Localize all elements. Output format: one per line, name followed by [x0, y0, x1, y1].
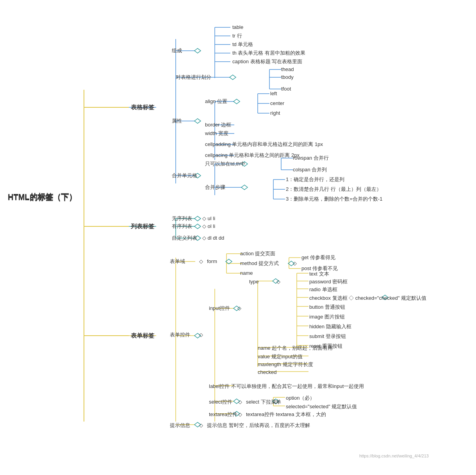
table-division-label: 对表格进行划分	[176, 73, 211, 82]
svg-marker-89	[194, 224, 201, 229]
list-unordered-value: ◇ ul li	[202, 215, 215, 223]
table-item-table: table	[232, 23, 243, 32]
list-custom-value: ◇ dl dt dd	[202, 234, 224, 242]
select-option: option（必）	[286, 394, 315, 402]
table-item-th: th 表头单元格 有居中加粗的效果	[232, 49, 305, 57]
select-ctrl-label: select控件	[209, 398, 232, 406]
form-domain-diamond: ◇	[199, 258, 203, 266]
input-ctrl-diamond: ◇	[237, 304, 241, 313]
list-unordered-label: 无序列表	[172, 215, 192, 223]
select-ctrl-diamond: ◇	[238, 398, 242, 406]
textarea-ctrl-value: textarea控件 textarea 文本框，大的	[246, 411, 326, 419]
method-diamond: ◇	[293, 260, 297, 268]
table-border: border 边框	[205, 121, 231, 129]
table-width: width 宽度	[205, 130, 228, 138]
table-cellpadding: cellpadding 单元格内容和单元格边框之间的距离 1px	[205, 141, 323, 149]
type-password: password 密码框	[309, 278, 348, 286]
table-item-caption: caption 表格标题 写在表格里面	[232, 58, 302, 66]
svg-marker-91	[226, 259, 232, 264]
svg-marker-87	[241, 185, 248, 190]
svg-marker-88	[194, 216, 201, 221]
form-action: action 提交页面	[240, 250, 275, 258]
form-domain-tag: form	[207, 258, 217, 266]
type-radio: radio 单选框	[309, 286, 337, 294]
label-ctrl: label控件 不可以单独使用，配合其它一起使用，最常和input一起使用	[209, 382, 364, 391]
section-form-label: 表单标签	[131, 331, 154, 340]
merge-steps-label: 合并步骤	[205, 183, 225, 192]
input-ctrl-label: input控件	[209, 304, 230, 313]
merge-rowspan: rowspan 合并行	[293, 154, 329, 162]
merge-label: 合并单元格	[172, 172, 197, 180]
list-ordered-value: ◇ ol li	[202, 222, 215, 231]
merge-step2: 2：数清楚合并几行 行（最上）列（最左）	[286, 185, 382, 194]
hint-diamond: ◇	[199, 422, 203, 430]
table-cellpacing: cellpacing 单元格和单元格之间的距离 2px	[205, 151, 300, 160]
form-controls-diamond: ◇	[199, 331, 203, 339]
section-list-label: 列表标签	[131, 222, 154, 231]
type-button: button 普通按钮	[309, 303, 345, 311]
table-tfoot: tfoot	[281, 85, 291, 93]
textarea-ctrl-diamond: ◇	[238, 411, 242, 419]
svg-marker-81	[194, 48, 201, 53]
hint-label: 提示信息	[170, 422, 190, 430]
form-name: name	[240, 269, 253, 278]
textarea-ctrl: textarea控件	[209, 411, 237, 419]
type-hidden: hidden 隐藏输入框	[309, 323, 351, 331]
align-right: right	[270, 109, 280, 117]
type-checkbox: checkbox 复选框 ◇ checked="checked" 规定默认值	[309, 294, 426, 302]
form-method: method 提交方式	[240, 260, 279, 268]
input-checked-attr: checked	[258, 368, 276, 377]
type-submit: submit 登录按钮	[309, 333, 346, 341]
input-type-label: type	[249, 278, 259, 286]
select-sub-diamond: ◇	[274, 398, 278, 406]
table-thead: thead	[281, 66, 294, 74]
svg-marker-82	[230, 75, 236, 80]
input-maxlength-attr: maxlength 规定字符长度	[258, 361, 313, 369]
input-name-attr: name 起个名，别瞎起，后面有用	[258, 344, 333, 352]
type-image: image 图片按钮	[309, 313, 345, 321]
list-custom-label: 自定义列表	[172, 234, 197, 242]
align-left: left	[270, 90, 277, 98]
merge-step3: 3：删除单元格，删除的个数=合并的个数-1	[286, 195, 382, 203]
table-tbody: tbody	[281, 73, 294, 82]
table-composition-label: 组成	[172, 47, 182, 55]
form-controls-label: 表单控件	[170, 331, 190, 339]
table-attr-label: 属性	[172, 117, 182, 125]
merge-only: 只可以加在td,th中	[205, 160, 245, 168]
merge-step1: 1：确定是合并行，还是列	[286, 176, 344, 184]
merge-colspan: colspan 合并列	[293, 166, 327, 174]
section-table-label: 表格标签	[131, 103, 154, 112]
hint-value: 提示信息 暂时空，后续再说，百度的不太理解	[207, 422, 310, 430]
form-domain-label: 表单域	[170, 258, 185, 266]
table-item-td: td 单元格	[232, 41, 253, 49]
svg-marker-83	[234, 99, 240, 104]
align-center: center	[270, 100, 284, 108]
table-item-tr: tr 行	[232, 32, 242, 40]
table-align-label: align 位置	[205, 98, 227, 106]
form-get: get 传参看得见	[301, 254, 335, 262]
root-title: HTML的标签（下）	[8, 190, 77, 203]
input-type-diamond: ◇	[276, 278, 280, 286]
svg-marker-84	[194, 119, 201, 123]
list-ordered-label: 有序列表	[172, 222, 192, 231]
select-selected: selected="selected" 规定默认值	[286, 403, 357, 411]
type-text: text 文本	[309, 270, 329, 278]
watermark: https://blog.csdn.net/weiling_4/4/213	[359, 453, 465, 466]
input-value-attr: value 规定input的值	[258, 353, 303, 361]
